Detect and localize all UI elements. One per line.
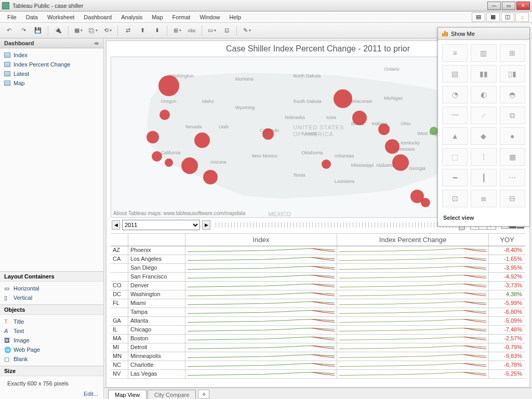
new-sheet-button[interactable]: ✧	[198, 390, 209, 399]
layout-horizontal[interactable]: ▭Horizontal	[0, 284, 103, 293]
showme-viz-option[interactable]: ▥	[471, 44, 496, 62]
view-cube-button[interactable]: ◫	[501, 12, 514, 22]
table-row[interactable]: GA Atlanta -5,09%	[111, 317, 525, 326]
table-row[interactable]: AZ Phoenix -8,40%	[111, 246, 525, 255]
menu-data[interactable]: Data	[22, 12, 42, 22]
fit-button[interactable]: ⊡	[221, 25, 232, 36]
showme-viz-option[interactable]: ⋮	[471, 148, 496, 166]
map-bubble[interactable]	[421, 198, 430, 207]
map-bubble[interactable]	[378, 124, 390, 135]
showme-viz-option[interactable]: ◆	[471, 127, 496, 145]
showme-viz-option[interactable]: 〰	[442, 107, 468, 124]
minimize-button[interactable]: —	[487, 2, 501, 10]
map-bubble[interactable]	[159, 110, 170, 120]
sort-asc-button[interactable]: ⬆	[137, 25, 148, 36]
table-row[interactable]: NV Las Vegas -5,25%	[111, 370, 525, 379]
sheet-item[interactable]: Index Percent Change	[0, 60, 103, 69]
menu-worksheet[interactable]: Worksheet	[43, 12, 78, 22]
maximize-button[interactable]: ▭	[502, 2, 515, 10]
sheet-item[interactable]: Map	[0, 78, 103, 88]
connect-data-button[interactable]: 🔌	[52, 25, 64, 36]
map-bubble[interactable]	[334, 89, 352, 108]
map-bubble[interactable]	[194, 132, 210, 148]
close-button[interactable]: ✕	[516, 2, 530, 10]
showme-viz-option[interactable]: ⊡	[442, 190, 468, 207]
map-bubble[interactable]	[181, 157, 198, 174]
showme-viz-option[interactable]: ⬚	[442, 148, 468, 166]
map-bubble[interactable]	[352, 111, 367, 125]
showme-viz-option[interactable]: ⧉	[500, 107, 525, 124]
clear-button[interactable]: ⟲	[102, 25, 113, 36]
table-row[interactable]: San Francisco -4,92%	[111, 273, 525, 282]
showme-viz-option[interactable]: ⊞	[500, 44, 525, 62]
duplicate-button[interactable]: ⿻	[87, 25, 99, 36]
swap-button[interactable]: ⇄	[122, 25, 134, 36]
object-image[interactable]: 🖼Image	[0, 336, 103, 345]
redo-button[interactable]: ↷	[18, 25, 29, 36]
showme-viz-option[interactable]: ⋯	[500, 169, 525, 187]
tab-map-view[interactable]: Map View	[108, 390, 147, 399]
sheet-item[interactable]: Latest	[0, 69, 103, 78]
map-bubble[interactable]	[392, 154, 409, 171]
map-bubble[interactable]	[385, 139, 400, 154]
table-row[interactable]: CO Denver -3,73%	[111, 282, 525, 290]
map-bubble[interactable]	[322, 159, 331, 169]
map-bubble[interactable]	[430, 127, 438, 135]
year-select[interactable]: 2011	[122, 220, 200, 230]
showme-viz-option[interactable]: ⊟	[500, 190, 525, 207]
year-next-button[interactable]: ▶	[202, 220, 210, 230]
menu-window[interactable]: Window	[195, 12, 224, 22]
map-bubble[interactable]	[158, 75, 179, 96]
map-bubble[interactable]	[203, 170, 218, 184]
object-title[interactable]: TTitle	[0, 317, 103, 326]
tab-city-compare[interactable]: City Compare	[148, 390, 196, 399]
table-row[interactable]: MN Minneapolis -9,83%	[111, 352, 525, 361]
presentation-button[interactable]: ▭	[206, 25, 218, 36]
save-button[interactable]: 💾	[32, 25, 44, 36]
map-bubble[interactable]	[152, 151, 162, 162]
table-row[interactable]: NC Charlotte -6,78%	[111, 361, 525, 370]
object-text[interactable]: AText	[0, 326, 103, 336]
layout-vertical[interactable]: ▯Vertical	[0, 293, 103, 302]
view-cards-button[interactable]: ▤	[472, 12, 485, 22]
year-prev-button[interactable]: ◀	[112, 220, 120, 230]
group-button[interactable]: ⊞	[171, 25, 183, 36]
showme-viz-option[interactable]: ⟋	[471, 107, 496, 124]
table-row[interactable]: DC Washington 4,38%	[111, 290, 525, 299]
menu-format[interactable]: Format	[168, 12, 195, 22]
year-slider[interactable]	[216, 222, 465, 228]
home-button[interactable]: ⌂	[515, 12, 529, 22]
show-me-head[interactable]: Show Me	[438, 28, 529, 40]
table-row[interactable]: MI Detroit -0,79%	[111, 343, 525, 352]
menu-help[interactable]: Help	[225, 12, 246, 22]
sheet-item[interactable]: Index	[0, 50, 103, 60]
showme-viz-option[interactable]: ◐	[471, 86, 496, 103]
table-row[interactable]: FL Miami -5,99%	[111, 299, 525, 308]
sort-desc-button[interactable]: ⬇	[151, 25, 163, 36]
collapse-icon[interactable]: ◂▸	[94, 41, 99, 46]
new-worksheet-button[interactable]: ▦	[73, 25, 84, 36]
size-edit-link[interactable]: Edit...	[0, 391, 103, 399]
map-bubble[interactable]	[165, 158, 173, 167]
menu-analysis[interactable]: Analysis	[117, 12, 147, 22]
showme-viz-option[interactable]: ≡	[442, 44, 468, 62]
showme-viz-option[interactable]: ━	[442, 169, 468, 187]
showme-viz-option[interactable]: ▦	[500, 148, 525, 166]
table-row[interactable]: San Diego -3,95%	[111, 264, 525, 273]
table-row[interactable]: Tampa -6,80%	[111, 308, 525, 317]
view-grid-button[interactable]: ▦	[486, 12, 500, 22]
showme-viz-option[interactable]: ▤	[442, 65, 468, 83]
map-bubble[interactable]	[262, 128, 274, 140]
object-webpage[interactable]: 🌐Web Page	[0, 345, 103, 354]
showme-viz-option[interactable]: ◔	[442, 86, 468, 103]
showme-viz-option[interactable]: ▯▮	[500, 65, 525, 83]
highlight-button[interactable]: ✎	[241, 25, 252, 36]
showme-viz-option[interactable]: ●	[500, 127, 525, 145]
table-row[interactable]: CA Los Angeles -1,65%	[111, 255, 525, 264]
showme-viz-option[interactable]: ▲	[442, 127, 468, 145]
map-bubble[interactable]	[147, 131, 159, 143]
showme-viz-option[interactable]: ◓	[500, 86, 525, 103]
table-row[interactable]: IL Chicago -7,48%	[111, 326, 525, 335]
abc-button[interactable]: Abc	[186, 25, 197, 36]
undo-button[interactable]: ↶	[3, 25, 15, 36]
